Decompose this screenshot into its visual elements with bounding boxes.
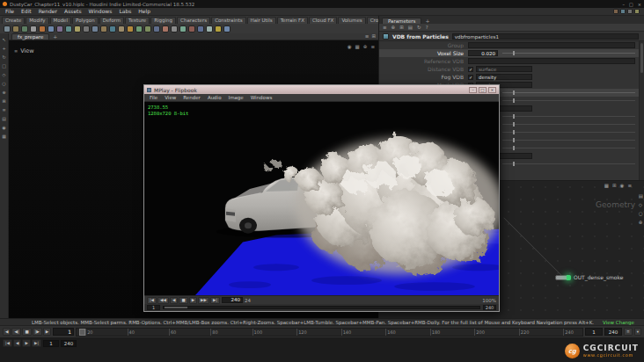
- add-pane-tab-button[interactable]: +: [51, 33, 59, 40]
- camera-icon[interactable]: ◉: [348, 44, 352, 49]
- shelf-tool-icon[interactable]: [56, 25, 63, 33]
- play-reverse-button[interactable]: ◀: [13, 339, 21, 347]
- menu-icon[interactable]: ≡: [2, 107, 5, 112]
- mplay-frame-slider[interactable]: [163, 306, 480, 309]
- shelf-tab[interactable]: Create: [2, 17, 25, 24]
- play-button[interactable]: ▶: [189, 297, 197, 304]
- stop-button[interactable]: ■: [22, 328, 31, 336]
- shelf-tool-icon[interactable]: [188, 25, 195, 33]
- pin-icon[interactable]: ⊕: [392, 25, 396, 31]
- add-pane-tab-button[interactable]: +: [423, 18, 431, 24]
- translate-icon[interactable]: +: [2, 46, 5, 51]
- viewport-menu-icon[interactable]: ≡: [14, 48, 18, 54]
- shelf-tool-icon[interactable]: [65, 25, 72, 33]
- shelf-tab[interactable]: Modify: [26, 17, 48, 24]
- mplay-maximize-button[interactable]: □: [479, 87, 487, 93]
- timeline-ruler[interactable]: 20406080100120140160180200220240: [76, 328, 583, 337]
- menu-item[interactable]: Edit: [18, 8, 35, 15]
- shelf-tool-icon[interactable]: [127, 25, 134, 33]
- shelf-tab[interactable]: Deform: [99, 17, 124, 24]
- net-color-icon[interactable]: ▤: [639, 193, 643, 199]
- shelf-tool-icon[interactable]: [4, 25, 11, 33]
- param-value-field[interactable]: surface: [476, 66, 532, 72]
- net-overview-icon[interactable]: ◉: [620, 183, 625, 188]
- mplay-frame-field[interactable]: 240: [222, 297, 243, 303]
- mplay-range-end-field[interactable]: 240: [483, 305, 496, 310]
- step-forward-button[interactable]: ▶▶: [198, 297, 209, 304]
- param-slider[interactable]: [502, 132, 635, 133]
- fast-forward-button[interactable]: ▶|: [32, 339, 41, 347]
- mplay-slider-thumb[interactable]: [165, 307, 187, 308]
- sync-icon[interactable]: [627, 9, 633, 14]
- param-checkbox[interactable]: [468, 75, 473, 80]
- range-end-field[interactable]: 240: [604, 328, 622, 336]
- shelf-tool-icon[interactable]: [21, 25, 28, 33]
- mplay-titlebar[interactable]: MPlay - Flipbook – □ ×: [144, 85, 499, 94]
- shelf-tab[interactable]: Constraints: [211, 17, 245, 24]
- menu-item[interactable]: Help: [135, 8, 154, 15]
- tab-scene-view[interactable]: fx_prepare: [11, 33, 49, 40]
- shelf-tab[interactable]: Volumes: [338, 17, 365, 24]
- param-slider[interactable]: [502, 100, 635, 101]
- shelf-tab[interactable]: Rigging: [150, 17, 176, 24]
- node-name-field[interactable]: vdbfromparticles1: [452, 33, 639, 40]
- scale-icon[interactable]: □: [2, 63, 6, 69]
- pane-menu-icon[interactable]: ≡: [365, 33, 370, 40]
- help-icon[interactable]: [634, 9, 640, 14]
- snap-icon[interactable]: ⊕: [2, 90, 5, 95]
- param-slider[interactable]: [502, 140, 635, 141]
- rotate-icon[interactable]: ↻: [2, 54, 5, 60]
- playback-options-button[interactable]: ≡: [624, 328, 633, 336]
- mplay-zoom-level[interactable]: 100%: [482, 298, 496, 303]
- shelf-tool-icon[interactable]: [179, 25, 187, 33]
- node-shape[interactable]: [555, 275, 571, 280]
- display-icon[interactable]: ◉: [2, 125, 5, 130]
- params-menu-icon[interactable]: ≡: [383, 25, 387, 31]
- param-slider[interactable]: [502, 148, 635, 148]
- shelf-tab[interactable]: Terrain FX: [277, 17, 308, 24]
- jump-start-button[interactable]: |◀: [147, 297, 157, 304]
- mplay-menu-item[interactable]: Render: [179, 94, 204, 101]
- play-reverse-button[interactable]: ◀: [3, 328, 11, 336]
- net-shape-icon[interactable]: ◇: [639, 202, 643, 207]
- shelf-tool-icon[interactable]: [39, 25, 46, 33]
- param-slider[interactable]: [502, 124, 635, 125]
- jump-end-button[interactable]: ▶|: [210, 297, 220, 304]
- mplay-fps-label[interactable]: 24: [245, 298, 251, 303]
- shelf-tool-icon[interactable]: [12, 25, 19, 33]
- pose-icon[interactable]: ○: [2, 81, 5, 86]
- shelf-tool-icon[interactable]: [162, 25, 169, 33]
- step-back-button[interactable]: ◀|: [11, 328, 21, 336]
- mplay-range-start-field[interactable]: 1: [147, 305, 160, 310]
- param-value-field[interactable]: density: [476, 74, 532, 80]
- grid-icon[interactable]: ▦: [355, 44, 360, 49]
- shelf-tool-icon[interactable]: [171, 25, 178, 33]
- menu-item[interactable]: Assets: [61, 8, 85, 15]
- recook-icon[interactable]: ↻: [417, 25, 421, 31]
- display-flag-icon[interactable]: [567, 275, 571, 280]
- mplay-menu-item[interactable]: Windows: [247, 94, 276, 101]
- mplay-close-button[interactable]: ×: [488, 87, 496, 93]
- mplay-menu-item[interactable]: Audio: [204, 94, 225, 101]
- shelf-tool-icon[interactable]: [109, 25, 116, 33]
- shelf-tool-icon[interactable]: [91, 25, 99, 33]
- shelf-tab[interactable]: Polygon: [72, 17, 99, 24]
- net-menu-icon[interactable]: ≡: [627, 183, 632, 188]
- mplay-menu-item[interactable]: File: [146, 94, 161, 101]
- range-start-field[interactable]: 1: [585, 328, 603, 336]
- panels-icon[interactable]: ▦: [2, 134, 6, 139]
- net-flag-icon[interactable]: ○: [639, 211, 643, 216]
- net-grid-icon[interactable]: ⊞: [612, 183, 617, 188]
- param-checkbox[interactable]: [468, 67, 473, 72]
- shelf-tool-icon[interactable]: [223, 25, 231, 33]
- param-value-field[interactable]: 0.020: [468, 50, 498, 56]
- play-button[interactable]: ▶: [43, 328, 51, 336]
- shelf-tab[interactable]: Texture: [125, 17, 150, 24]
- play-button[interactable]: ▶: [22, 339, 30, 347]
- global-range-start-field[interactable]: 1: [43, 340, 59, 347]
- shelf-tool-icon[interactable]: [197, 25, 204, 33]
- shelf-tool-icon[interactable]: [144, 25, 151, 33]
- mplay-minimize-button[interactable]: –: [469, 87, 477, 93]
- shelf-tool-icon[interactable]: [74, 25, 81, 33]
- display-options-icon[interactable]: ≡: [370, 44, 375, 49]
